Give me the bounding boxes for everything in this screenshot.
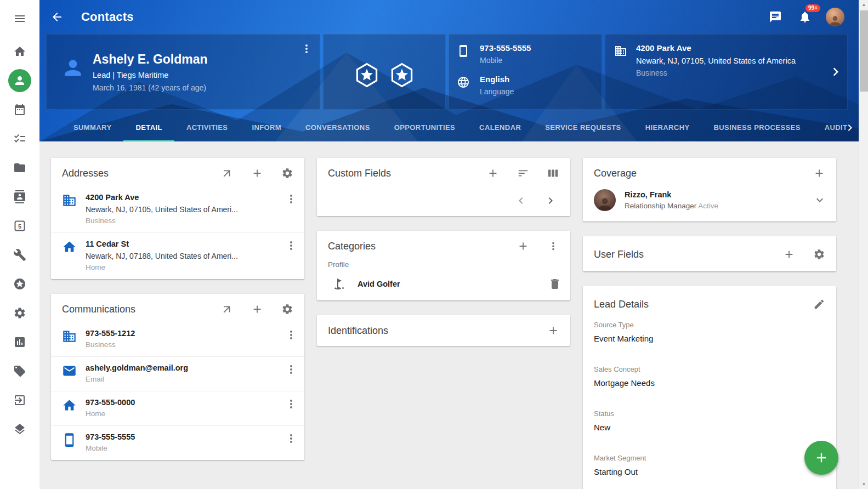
- badges-panel: [323, 34, 446, 110]
- row-menu-button[interactable]: [283, 238, 299, 253]
- tab-summary[interactable]: SUMMARY: [61, 113, 123, 141]
- tab-opportunities[interactable]: OPPORTUNITIES: [382, 113, 467, 141]
- lead-field: Source Type Event Marketing: [594, 321, 825, 343]
- profile-menu-button[interactable]: [298, 40, 315, 58]
- communication-type: Home: [86, 408, 283, 419]
- communications-settings-button[interactable]: [281, 303, 293, 315]
- row-menu-button[interactable]: [283, 327, 299, 343]
- app-bar: Contacts 99+: [39, 0, 859, 34]
- communication-row[interactable]: ashely.goldman@email.org Email: [51, 356, 304, 391]
- addresses-open-button[interactable]: [221, 167, 233, 179]
- custom-fields-columns-button[interactable]: [547, 167, 559, 179]
- address-line1: 4200 Park Ave: [636, 43, 796, 53]
- custom-fields-sort-button[interactable]: [517, 167, 529, 179]
- hexagon-star-badge-1[interactable]: [354, 41, 380, 109]
- address-type: Business: [86, 215, 283, 226]
- row-menu-button[interactable]: [283, 362, 299, 377]
- communication-row[interactable]: 973-555-1212 Business: [51, 322, 304, 356]
- tab-business-processes[interactable]: BUSINESS PROCESSES: [702, 113, 813, 141]
- communication-row[interactable]: 973-555-5555 Mobile: [51, 425, 304, 460]
- sidebar-item-contact-cards[interactable]: [8, 186, 32, 208]
- field-label: Market Segment: [594, 454, 825, 462]
- sidebar-item-home[interactable]: [8, 41, 32, 62]
- page-previous-button[interactable]: [514, 194, 527, 207]
- address-row[interactable]: 4200 Park Ave Newark, NJ, 07105, United …: [51, 186, 304, 232]
- communications-add-button[interactable]: [251, 303, 263, 315]
- chevron-left-icon: [514, 194, 527, 207]
- add-icon: [251, 303, 263, 315]
- communication-row[interactable]: 973-555-0000 Home: [51, 391, 304, 425]
- tab-conversations[interactable]: CONVERSATIONS: [293, 113, 382, 141]
- kebab-icon: [300, 42, 313, 55]
- communications-card: Communications 973-555-1212 Business: [51, 294, 304, 460]
- smartphone-icon: [62, 433, 77, 447]
- category-row[interactable]: Avid Golfer: [317, 273, 570, 300]
- chevron-down-icon: [813, 194, 826, 207]
- identifications-add-button[interactable]: [547, 325, 559, 337]
- page-scrollbar[interactable]: ▲ ▼: [859, 0, 868, 489]
- sidebar-item-number-5[interactable]: [8, 215, 32, 237]
- header-next-button[interactable]: [825, 61, 846, 82]
- sidebar-item-tags[interactable]: [8, 360, 32, 382]
- chevron-right-icon: [544, 194, 557, 207]
- lead-details-edit-button[interactable]: [813, 298, 825, 310]
- sidebar-item-layers[interactable]: [8, 418, 32, 440]
- sidebar-item-exit[interactable]: [8, 389, 32, 411]
- notifications-button[interactable]: 99+: [796, 8, 814, 26]
- category-delete-button[interactable]: [547, 276, 563, 292]
- tab-inform[interactable]: INFORM: [240, 113, 293, 141]
- user-fields-add-button[interactable]: [783, 248, 795, 260]
- menu-button[interactable]: [8, 8, 32, 30]
- category-group-label: Profile: [317, 259, 570, 273]
- coverage-expand-button[interactable]: [812, 192, 827, 208]
- tab-activities[interactable]: ACTIVITIES: [174, 113, 240, 141]
- scrollbar-thumb[interactable]: [860, 10, 868, 92]
- tab-calendar[interactable]: CALENDAR: [467, 113, 533, 141]
- add-icon: [813, 167, 825, 179]
- custom-fields-add-button[interactable]: [487, 167, 499, 179]
- addresses-add-button[interactable]: [251, 167, 263, 179]
- categories-menu-button[interactable]: [547, 240, 559, 252]
- row-menu-button[interactable]: [283, 191, 299, 207]
- scroll-down-button[interactable]: ▼: [859, 480, 868, 489]
- hexagon-star-badge-2[interactable]: [389, 41, 415, 109]
- coverage-name: Rizzo, Frank: [625, 189, 812, 201]
- sidebar-item-favorites[interactable]: [8, 273, 32, 295]
- sidebar-item-files[interactable]: [8, 157, 32, 179]
- sidebar-item-contacts[interactable]: [8, 70, 32, 92]
- chat-button[interactable]: [767, 8, 784, 26]
- page-next-button[interactable]: [544, 194, 557, 207]
- categories-add-button[interactable]: [517, 240, 529, 252]
- card-title: Categories: [328, 241, 517, 252]
- primary-contact-panel: 973-555-5555 Mobile English Language: [449, 34, 602, 110]
- tabs-scroll-right-button[interactable]: [843, 113, 856, 141]
- coverage-status: Active: [698, 202, 718, 210]
- primary-phone[interactable]: 973-555-5555 Mobile: [457, 43, 594, 65]
- sidebar-item-reports[interactable]: [8, 331, 32, 353]
- kebab-icon: [547, 240, 559, 252]
- coverage-row[interactable]: Rizzo, Frank Relationship Manager Active: [583, 186, 836, 221]
- tab-hierarchy[interactable]: HIERARCHY: [633, 113, 702, 141]
- row-menu-button[interactable]: [283, 431, 299, 446]
- page-title: Contacts: [81, 10, 134, 24]
- user-avatar[interactable]: [826, 8, 844, 26]
- address-row[interactable]: 11 Cedar St Newark, NJ, 07188, United St…: [51, 232, 304, 279]
- coverage-add-button[interactable]: [813, 167, 825, 179]
- communications-open-button[interactable]: [221, 303, 233, 315]
- sidebar-item-settings[interactable]: [8, 302, 32, 324]
- fab-add-button[interactable]: [804, 441, 838, 475]
- address-line1: 4200 Park Ave: [86, 191, 283, 203]
- row-menu-button[interactable]: [283, 396, 299, 412]
- tab-service-requests[interactable]: SERVICE REQUESTS: [533, 113, 633, 141]
- back-button[interactable]: [48, 8, 66, 26]
- tab-detail[interactable]: DETAIL: [123, 113, 174, 141]
- addresses-settings-button[interactable]: [281, 167, 293, 179]
- lead-field: Status New: [594, 410, 825, 432]
- primary-language[interactable]: English Language: [457, 75, 594, 96]
- scroll-up-button[interactable]: ▲: [859, 0, 868, 9]
- sidebar-item-tools[interactable]: [8, 244, 32, 266]
- user-fields-settings-button[interactable]: [813, 248, 825, 260]
- category-label: Avid Golfer: [358, 280, 547, 288]
- sidebar-item-calendar[interactable]: [8, 99, 32, 121]
- sidebar-item-tasks[interactable]: [8, 128, 32, 150]
